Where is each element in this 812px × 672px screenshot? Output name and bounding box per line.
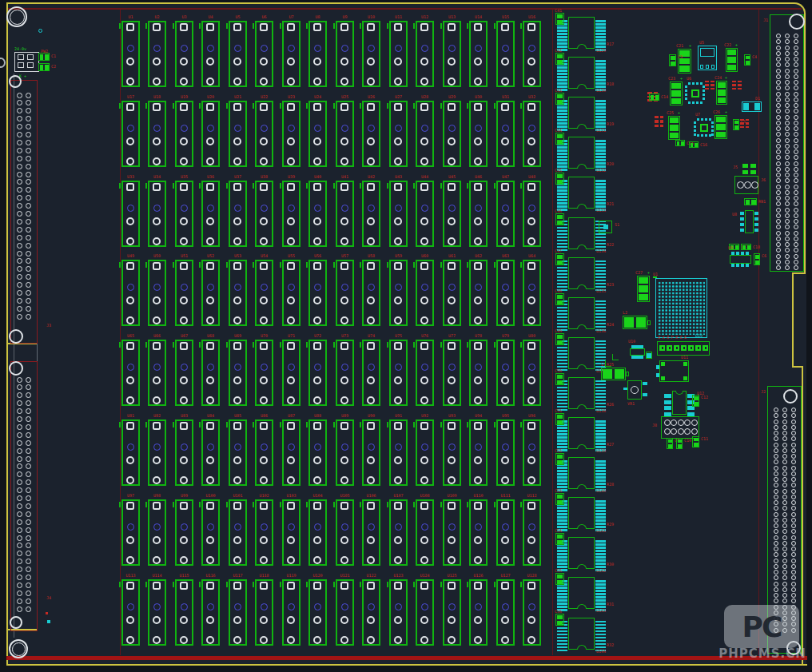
relay-footprint[interactable]: U58 xyxy=(362,253,380,328)
relay-footprint[interactable]: U5 xyxy=(229,14,247,89)
relay-footprint[interactable]: U93 xyxy=(443,413,461,488)
part-cap2v[interactable]: C9 xyxy=(667,438,673,449)
right-edge-connector[interactable] xyxy=(770,14,804,272)
part-cap2v[interactable]: C10 xyxy=(676,438,683,449)
relay-footprint[interactable]: U37 xyxy=(229,174,247,249)
part-lbr[interactable] xyxy=(612,354,619,360)
relay-footprint[interactable]: U28 xyxy=(416,94,434,169)
relay-footprint[interactable]: U92 xyxy=(416,413,434,488)
relay-footprint[interactable]: U2 xyxy=(148,14,166,89)
driver-ic[interactable]: C56R32U144 xyxy=(556,614,611,655)
relay-footprint[interactable]: U90 xyxy=(362,413,380,488)
relay-footprint[interactable]: U78 xyxy=(469,333,488,408)
part-trimmer[interactable]: VR1 xyxy=(627,380,642,400)
relay-footprint[interactable]: U19 xyxy=(175,94,193,169)
relay-footprint[interactable]: U116 xyxy=(201,573,220,648)
relay-footprint[interactable]: U29 xyxy=(443,94,461,169)
left-edge-connector[interactable] xyxy=(10,361,38,631)
part-cap2v[interactable]: C4 xyxy=(744,54,750,66)
relay-footprint[interactable]: U67 xyxy=(175,333,193,408)
relay-footprint[interactable]: U109 xyxy=(443,493,461,568)
relay-footprint[interactable]: U43 xyxy=(389,174,408,249)
relay-footprint[interactable]: U97 xyxy=(121,493,140,568)
part-cap2v[interactable]: C5 xyxy=(733,119,739,130)
relay-footprint[interactable]: U36 xyxy=(201,174,220,249)
relay-footprint[interactable]: U54 xyxy=(255,253,273,328)
relay-footprint[interactable]: U86 xyxy=(255,413,273,488)
part-ind2[interactable]: L2 xyxy=(623,316,647,329)
part-redpads[interactable] xyxy=(705,81,714,89)
relay-footprint[interactable]: U32 xyxy=(523,94,541,169)
relay-footprint[interactable]: U22 xyxy=(255,94,273,169)
relay-footprint[interactable]: U21 xyxy=(229,94,247,169)
relay-footprint[interactable]: U110 xyxy=(469,493,488,568)
relay-footprint[interactable]: U104 xyxy=(308,493,327,568)
driver-ic[interactable]: C54R30U142 xyxy=(556,533,611,575)
relay-footprint[interactable]: U80 xyxy=(523,333,541,408)
relay-footprint[interactable]: U100 xyxy=(201,493,220,568)
relay-footprint[interactable]: U31 xyxy=(496,94,515,169)
relay-footprint[interactable]: U68 xyxy=(201,333,220,408)
relay-footprint[interactable]: U83 xyxy=(175,413,193,488)
relay-footprint[interactable]: U121 xyxy=(336,573,354,648)
driver-ic[interactable]: C52R28U140 xyxy=(556,453,611,495)
relay-footprint[interactable]: U71 xyxy=(282,333,301,408)
relay-footprint[interactable]: U127 xyxy=(496,573,515,648)
driver-ic[interactable]: C48R24U136 xyxy=(556,293,611,335)
part-dip8[interactable]: U12 xyxy=(664,390,695,417)
relay-footprint[interactable]: U76 xyxy=(416,333,434,408)
driver-ic[interactable]: C55R31U143 xyxy=(556,573,611,614)
relay-footprint[interactable]: U128 xyxy=(523,573,541,648)
part-lbr[interactable] xyxy=(605,360,611,367)
relay-footprint[interactable]: U115 xyxy=(175,573,193,648)
relay-footprint[interactable]: U20 xyxy=(201,94,220,169)
relay-footprint[interactable]: U24 xyxy=(308,94,327,169)
relay-footprint[interactable]: U88 xyxy=(308,413,327,488)
relay-footprint[interactable]: U72 xyxy=(308,333,327,408)
part-conn3[interactable]: J6 xyxy=(734,176,758,194)
relay-footprint[interactable]: U77 xyxy=(443,333,461,408)
relay-footprint[interactable]: U95 xyxy=(496,413,515,488)
relay-footprint[interactable]: U85 xyxy=(229,413,247,488)
relay-footprint[interactable]: U94 xyxy=(469,413,488,488)
part-conn2x2[interactable]: J5 xyxy=(742,164,758,175)
part-cap2h[interactable]: C15 xyxy=(675,140,685,146)
part-qfn[interactable]: U6 xyxy=(685,82,705,104)
relay-footprint[interactable]: U51 xyxy=(175,253,193,328)
part-ecap3[interactable]: +C24 xyxy=(716,81,727,105)
relay-footprint[interactable]: U1 xyxy=(121,14,140,89)
relay-footprint[interactable]: U13 xyxy=(443,14,461,89)
part-ecap3[interactable]: +C21 xyxy=(678,49,691,74)
relay-footprint[interactable]: U12 xyxy=(416,14,434,89)
part-pads2x2w[interactable]: 24-0vK +PW2 xyxy=(14,52,39,72)
part-ring[interactable] xyxy=(38,29,42,33)
relay-footprint[interactable]: U55 xyxy=(282,253,301,328)
relay-footprint[interactable]: U124 xyxy=(416,573,434,648)
bga-footprint[interactable]: U19 xyxy=(655,278,707,338)
part-dpak[interactable]: U5 xyxy=(698,46,717,70)
relay-footprint[interactable]: U18 xyxy=(148,94,166,169)
relay-footprint[interactable]: U25 xyxy=(336,94,354,169)
relay-footprint[interactable]: U7 xyxy=(282,14,301,89)
part-soic8v[interactable]: U8 xyxy=(740,210,758,233)
part-ecap3[interactable]: +C26 xyxy=(714,115,727,139)
relay-footprint[interactable]: U10 xyxy=(362,14,380,89)
relay-footprint[interactable]: U114 xyxy=(148,573,166,648)
relay-footprint[interactable]: U122 xyxy=(362,573,380,648)
relay-footprint[interactable]: U15 xyxy=(496,14,515,89)
relay-footprint[interactable]: U73 xyxy=(336,333,354,408)
driver-ic[interactable]: C44R20U132 xyxy=(556,133,611,174)
relay-footprint[interactable]: U82 xyxy=(148,413,166,488)
relay-footprint[interactable]: U59 xyxy=(389,253,408,328)
part-ind2[interactable]: L1 xyxy=(601,368,626,380)
relay-footprint[interactable]: U119 xyxy=(282,573,301,648)
driver-ic[interactable]: C47R23U135 xyxy=(556,253,611,295)
relay-footprint[interactable]: U64 xyxy=(523,253,541,328)
relay-footprint[interactable]: U35 xyxy=(175,174,193,249)
part-cyansq[interactable] xyxy=(47,620,50,623)
relay-footprint[interactable]: U101 xyxy=(229,493,247,568)
part-reddot[interactable] xyxy=(46,612,48,614)
relay-footprint[interactable]: U4 xyxy=(201,14,220,89)
relay-footprint[interactable]: U41 xyxy=(336,174,354,249)
part-ecap3[interactable]: +C25 xyxy=(668,116,680,140)
